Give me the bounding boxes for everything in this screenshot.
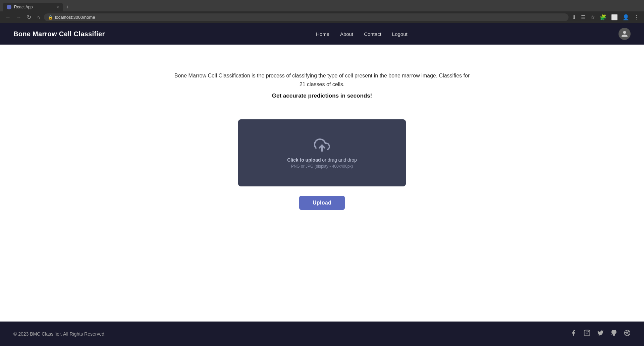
footer-facebook-icon[interactable]	[570, 330, 577, 338]
browser-chrome: React App × + ← → ↻ ⌂ 🔒 localhost:3000/h…	[0, 0, 644, 23]
address-url: localhost:3000/home	[55, 15, 95, 20]
svg-rect-1	[584, 330, 590, 336]
footer-instagram-icon[interactable]	[584, 330, 590, 338]
nav-link-logout[interactable]: Logout	[392, 31, 408, 37]
address-lock-icon: 🔒	[48, 15, 53, 20]
upload-drag-text: or drag and drop	[321, 157, 357, 163]
browser-tab[interactable]: React App ×	[3, 3, 63, 11]
menu-icon[interactable]: ⋮	[633, 13, 640, 21]
bookmark-icon[interactable]: ☆	[590, 13, 596, 21]
nav-link-about[interactable]: About	[340, 31, 353, 37]
footer-social-links	[570, 330, 631, 338]
split-screen-icon[interactable]: ⬜	[610, 13, 619, 21]
footer-copyright: © 2023 BMC Classifier. All Rights Reserv…	[13, 331, 106, 337]
description-text: Bone Marrow Cell Classification is the p…	[171, 71, 473, 89]
profile-icon[interactable]: 👤	[622, 13, 630, 21]
back-button[interactable]: ←	[4, 14, 12, 21]
footer-github-icon[interactable]	[610, 330, 617, 338]
navbar-brand: Bone Marrow Cell Classifier	[13, 30, 105, 38]
upload-text-container: Click to upload or drag and drop PNG or …	[287, 157, 357, 169]
footer-twitter-icon[interactable]	[597, 330, 604, 338]
user-avatar[interactable]	[619, 28, 631, 40]
refresh-button[interactable]: ↻	[25, 13, 33, 21]
footer: © 2023 BMC Classifier. All Rights Reserv…	[0, 322, 644, 346]
nav-link-contact[interactable]: Contact	[364, 31, 381, 37]
forward-button[interactable]: →	[15, 14, 23, 21]
extensions-icon[interactable]: 🧩	[599, 13, 607, 21]
upload-main-text: Click to upload or drag and drop	[287, 157, 357, 163]
home-button[interactable]: ⌂	[35, 14, 41, 21]
app-wrapper: Bone Marrow Cell Classifier Home About C…	[0, 23, 644, 346]
browser-toolbar-right: ⬇ ☰ ☆ 🧩 ⬜ 👤 ⋮	[571, 13, 640, 21]
browser-toolbar: ← → ↻ ⌂ 🔒 localhost:3000/home ⬇ ☰ ☆ 🧩 ⬜ …	[0, 11, 644, 23]
browser-tab-bar: React App × +	[0, 0, 644, 11]
tab-title: React App	[14, 5, 54, 9]
tab-favicon	[7, 5, 11, 9]
share-icon[interactable]: ☰	[580, 13, 586, 21]
new-tab-button[interactable]: +	[63, 3, 71, 11]
address-bar[interactable]: 🔒 localhost:3000/home	[44, 13, 569, 21]
upload-button[interactable]: Upload	[299, 196, 345, 210]
upload-dropzone[interactable]: Click to upload or drag and drop PNG or …	[238, 119, 406, 186]
download-icon[interactable]: ⬇	[571, 13, 577, 21]
navbar: Bone Marrow Cell Classifier Home About C…	[0, 23, 644, 45]
upload-hint-text: PNG or JPG (display - 400x400px)	[291, 164, 353, 169]
footer-dribbble-icon[interactable]	[624, 330, 631, 338]
upload-cloud-icon	[314, 137, 330, 153]
tab-close-button[interactable]: ×	[56, 5, 59, 9]
nav-link-home[interactable]: Home	[316, 31, 329, 37]
tagline-text: Get accurate predictions in seconds!	[272, 93, 372, 99]
navbar-links: Home About Contact Logout	[316, 31, 408, 37]
upload-click-text: Click to upload	[287, 157, 321, 163]
main-content: Bone Marrow Cell Classification is the p…	[0, 45, 644, 322]
